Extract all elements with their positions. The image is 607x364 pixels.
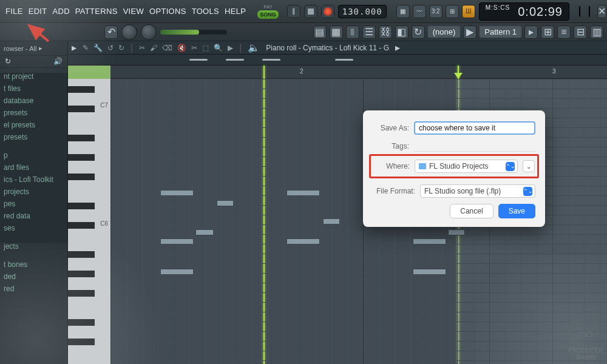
- note[interactable]: [160, 269, 194, 275]
- browser-item[interactable]: projects: [0, 186, 67, 198]
- save-button[interactable]: Save: [498, 204, 535, 218]
- cancel-button[interactable]: Cancel: [450, 204, 493, 218]
- browser-item: [0, 252, 67, 258]
- snap-selector[interactable]: (none): [428, 26, 461, 38]
- note[interactable]: [448, 229, 465, 235]
- main-volume-knob[interactable]: [121, 24, 137, 40]
- browser-item[interactable]: ses: [0, 222, 67, 234]
- tool-wave-icon[interactable]: 〰: [413, 5, 426, 18]
- view-browser-button[interactable]: ☰: [362, 25, 376, 39]
- tool-scissors-icon[interactable]: ✂: [139, 44, 145, 52]
- browser-item[interactable]: pes: [0, 198, 67, 210]
- browser-item[interactable]: p: [0, 149, 67, 161]
- note[interactable]: [323, 218, 340, 224]
- hint-bar: [4, 30, 101, 35]
- tool-erase-icon[interactable]: ⌫: [162, 44, 172, 52]
- note[interactable]: [287, 238, 320, 244]
- master-volume-slider[interactable]: [160, 30, 227, 35]
- stop-button[interactable]: [304, 5, 317, 18]
- close-button[interactable]: ✕: [597, 5, 606, 18]
- browser-item[interactable]: ard files: [0, 161, 67, 174]
- pattern-opt4-icon[interactable]: ⊟: [574, 25, 587, 39]
- note[interactable]: [160, 238, 194, 244]
- browser-item[interactable]: presets: [0, 107, 67, 119]
- browser-header[interactable]: rowser - All ▸: [0, 41, 67, 56]
- view-piano-button[interactable]: ▦: [330, 25, 343, 39]
- tool-draw-icon[interactable]: ✎: [83, 44, 89, 52]
- tags-input[interactable]: [414, 141, 535, 152]
- browser-item[interactable]: presets: [0, 131, 67, 143]
- tool-bars-icon[interactable]: ⊞: [446, 5, 459, 18]
- browser-item[interactable]: nt project: [0, 70, 67, 83]
- browser-item[interactable]: database: [0, 95, 67, 107]
- tool-zoom-icon[interactable]: 🔍: [214, 44, 223, 52]
- key-label: C7: [100, 102, 108, 109]
- browser-item[interactable]: ded: [0, 271, 67, 283]
- expand-button[interactable]: ⌄: [523, 160, 535, 172]
- pattern-selector[interactable]: Pattern 1: [480, 26, 521, 38]
- browser-item[interactable]: el presets: [0, 119, 67, 131]
- main-pitch-knob[interactable]: [141, 24, 157, 40]
- pattern-opt3-icon[interactable]: ≡: [557, 25, 571, 39]
- tool-slice-icon[interactable]: ✂: [191, 44, 197, 52]
- menu-view[interactable]: VIEW: [121, 5, 146, 17]
- menu-patterns[interactable]: PATTERNS: [73, 5, 120, 17]
- piano-keys[interactable]: C7C6: [68, 66, 110, 364]
- browser-item[interactable]: t bones: [0, 258, 67, 271]
- note[interactable]: [217, 200, 234, 206]
- record-button[interactable]: [321, 5, 334, 18]
- browser-item[interactable]: red data: [0, 210, 67, 222]
- tool-grid-icon[interactable]: ▦: [396, 5, 410, 18]
- pattern-opt1-icon[interactable]: ▸: [524, 25, 538, 39]
- tool-playback-icon[interactable]: ▶: [228, 44, 233, 52]
- timecode-display[interactable]: M:S:CS 0:02:99: [479, 2, 569, 21]
- watermark-logo-icon: ◯◯: [568, 322, 603, 346]
- menu-icon[interactable]: ▸: [72, 42, 76, 53]
- note[interactable]: [195, 229, 214, 235]
- note[interactable]: [160, 190, 194, 196]
- browser-item[interactable]: ics - Lofi Toolkit: [0, 174, 67, 186]
- browser-item[interactable]: jects: [0, 240, 67, 252]
- view-mixer-button[interactable]: ⫴: [346, 25, 359, 39]
- menu-options[interactable]: OPTIONS: [148, 5, 188, 17]
- tempo-display[interactable]: 130.000: [338, 5, 387, 18]
- tool-select-icon[interactable]: ⬚: [202, 44, 209, 52]
- play-pattern-button[interactable]: ▶: [463, 25, 476, 39]
- where-selector[interactable]: FL Studio Projects ⌃⌄: [415, 160, 518, 173]
- browser-item[interactable]: red: [0, 283, 67, 295]
- note[interactable]: [287, 190, 320, 196]
- refresh-icon[interactable]: ↻: [5, 57, 11, 66]
- note[interactable]: [413, 269, 446, 275]
- pattern-opt2-icon[interactable]: ⊞: [541, 25, 554, 39]
- browser-item: [0, 143, 67, 149]
- browser-item[interactable]: t files: [0, 83, 67, 95]
- tool-undo-icon[interactable]: ↺: [107, 44, 114, 52]
- where-highlight: Where: FL Studio Projects ⌃⌄ ⌄: [369, 154, 539, 178]
- menu-add[interactable]: ADD: [50, 5, 71, 17]
- note[interactable]: [413, 238, 446, 244]
- menu-edit[interactable]: EDIT: [27, 5, 49, 17]
- tool-brush-icon[interactable]: 🖌: [150, 44, 157, 52]
- save-as-input[interactable]: [414, 121, 535, 135]
- tool-redo-icon[interactable]: ↻: [118, 44, 124, 52]
- tool-mute-icon[interactable]: 🔇: [177, 44, 186, 52]
- tool-wrench-icon[interactable]: 🔧: [93, 44, 103, 52]
- format-selector[interactable]: FL Studio song file (.flp) ⌃⌄: [420, 184, 535, 198]
- pause-button[interactable]: ∥: [287, 5, 300, 18]
- menu-tools[interactable]: TOOLS: [190, 5, 221, 17]
- timeline-ruler[interactable]: 2 3: [110, 66, 607, 79]
- view-playlist-button[interactable]: ▤: [313, 25, 327, 39]
- speaker-icon[interactable]: 🔈: [248, 42, 260, 53]
- midi-icon[interactable]: ◧: [395, 25, 409, 39]
- menu-help[interactable]: HELP: [223, 5, 248, 17]
- speaker-icon[interactable]: 🔊: [53, 57, 63, 66]
- menu-file[interactable]: FILE: [4, 5, 25, 17]
- pattern-opt5-icon[interactable]: ▥: [590, 25, 603, 39]
- overview-strip[interactable]: [68, 55, 607, 66]
- tool-metronome-icon[interactable]: Ш: [462, 5, 475, 18]
- undo-button[interactable]: ↶: [104, 25, 118, 39]
- song-mode-toggle[interactable]: SONG: [257, 10, 279, 19]
- tool-snap-icon[interactable]: 3:2: [429, 5, 443, 18]
- sync-icon[interactable]: ↻: [412, 25, 425, 39]
- link-icon[interactable]: ⛓: [379, 25, 392, 39]
